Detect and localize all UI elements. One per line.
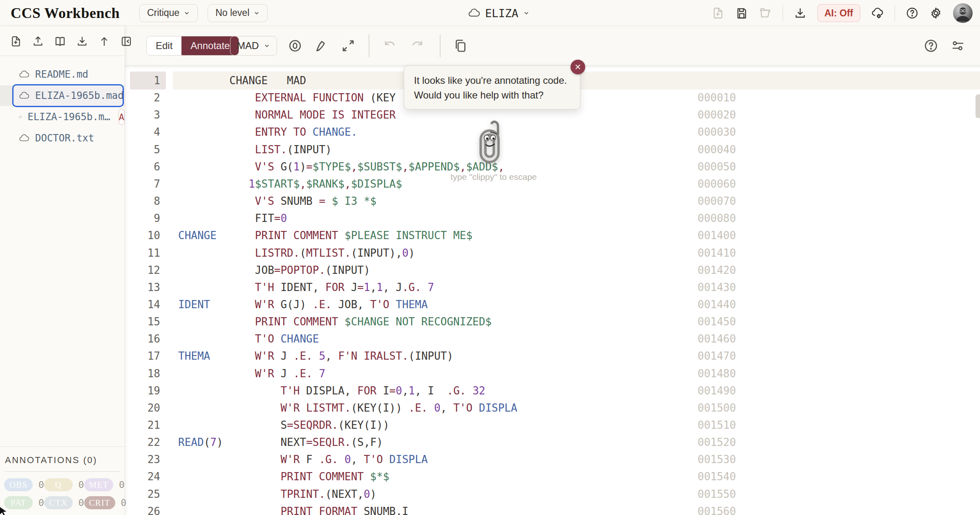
line-number[interactable]: 22 xyxy=(125,434,160,451)
annotation-type-q[interactable]: Q0 xyxy=(44,478,84,491)
code-text: FIT=0 xyxy=(178,210,287,227)
annotation-type-met[interactable]: MET0 xyxy=(84,478,127,491)
line-number[interactable]: 2 xyxy=(125,89,160,106)
line-number[interactable]: 17 xyxy=(125,347,160,365)
annotation-count: 0 xyxy=(78,497,84,508)
help-button[interactable] xyxy=(906,7,919,20)
editor-help-icon[interactable] xyxy=(924,38,938,53)
code-line-17[interactable]: 17THEMA W'R J .E. 5, F'N IRALST.(INPUT)0… xyxy=(125,347,980,365)
line-number[interactable]: 19 xyxy=(125,382,160,399)
expand-icon[interactable] xyxy=(341,38,356,53)
code-line-12[interactable]: 12 JOB=POPTOP.(INPUT)001420 xyxy=(125,262,980,279)
settings-gear-button[interactable] xyxy=(929,7,942,20)
project-name: ELIZA xyxy=(485,7,518,20)
upload-icon[interactable] xyxy=(32,35,44,47)
code-line-20[interactable]: 20 W'R LISTMT.(KEY(I)) .E. 0, T'O DISPLA… xyxy=(125,399,980,416)
line-number[interactable]: 3 xyxy=(125,106,160,123)
undo-icon[interactable] xyxy=(383,38,397,53)
ai-toggle-button[interactable]: AI: Off xyxy=(817,4,860,22)
line-number[interactable]: 18 xyxy=(125,365,160,382)
cloud-icon xyxy=(19,112,22,122)
file-list: README.mdELIZA-1965b.madELIZA-1965b.m…AD… xyxy=(0,56,125,148)
code-text: JOB=POPTOP.(INPUT) xyxy=(178,262,370,279)
focus-view-icon[interactable] xyxy=(288,38,302,53)
cloud-sync-settings-button[interactable] xyxy=(871,7,884,20)
line-number[interactable]: 9 xyxy=(125,210,160,227)
line-number[interactable]: 21 xyxy=(125,416,160,434)
line-number[interactable]: 10 xyxy=(125,227,160,244)
line-number[interactable]: 6 xyxy=(125,158,160,175)
annotation-type-pat[interactable]: PAT0 xyxy=(4,496,44,509)
line-number[interactable]: 26 xyxy=(125,503,160,515)
code-line-19[interactable]: 19 T'H DISPLA, FOR I=0,1, I .G. 32001490 xyxy=(125,382,980,399)
line-number[interactable]: 15 xyxy=(125,313,160,330)
annotation-type-crit[interactable]: CRIT0 xyxy=(84,496,127,509)
code-line-14[interactable]: 14IDENT W'R G(J) .E. JOB, T'O THEMA00144… xyxy=(125,296,980,313)
download-button[interactable] xyxy=(794,7,807,20)
line-number[interactable]: 16 xyxy=(125,330,160,347)
collapse-sidebar-icon[interactable] xyxy=(120,35,132,47)
line-number[interactable]: 25 xyxy=(125,486,160,503)
file-item-eliza-1965b-m-[interactable]: ELIZA-1965b.m…A xyxy=(0,107,125,127)
line-number[interactable]: 13 xyxy=(125,279,160,296)
annotation-type-ctx[interactable]: CTX0 xyxy=(44,496,84,509)
line-number[interactable]: 4 xyxy=(125,123,160,141)
download-icon[interactable] xyxy=(76,35,88,47)
code-line-26[interactable]: 26 PRINT FORMAT SNUMB,I001560 xyxy=(125,503,980,515)
code-viewer[interactable]: 1 CHANGE MAD2 EXTERNAL FUNCTION (KEY0000… xyxy=(125,65,980,515)
line-number[interactable]: 7 xyxy=(125,175,160,193)
level-dropdown[interactable]: No level xyxy=(208,4,268,22)
code-line-24[interactable]: 24 PRINT COMMENT $*$001540 xyxy=(125,468,980,485)
critique-mode-dropdown[interactable]: Critique xyxy=(139,4,198,22)
redo-icon[interactable] xyxy=(410,38,425,53)
code-line-15[interactable]: 15 PRINT COMMENT $CHANGE NOT RECOGNIZED$… xyxy=(125,313,980,330)
code-line-4[interactable]: 4 ENTRY TO CHANGE.000030 xyxy=(125,123,980,141)
code-line-21[interactable]: 21 S=SEQRDR.(KEY(I))001510 xyxy=(125,416,980,434)
close-icon[interactable]: ✕ xyxy=(571,60,585,74)
file-item-readme-md[interactable]: README.md xyxy=(0,64,125,85)
line-number[interactable]: 23 xyxy=(125,451,160,468)
code-text: TPRINT.(NEXT,0) xyxy=(178,486,376,503)
file-item-doctor-txt[interactable]: DOCTOR.txt xyxy=(0,128,125,148)
save-button[interactable] xyxy=(735,7,748,20)
new-file-button[interactable] xyxy=(712,7,725,20)
code-line-10[interactable]: 10CHANGE PRINT COMMENT $PLEASE INSTRUCT … xyxy=(125,227,980,244)
line-number[interactable]: 14 xyxy=(125,296,160,313)
vertical-scrollbar[interactable] xyxy=(976,94,980,118)
code-line-25[interactable]: 25 TPRINT.(NEXT,0)001550 xyxy=(125,486,980,503)
line-number[interactable]: 12 xyxy=(125,262,160,279)
clippy-character[interactable] xyxy=(469,117,510,165)
code-line-11[interactable]: 11 LISTRD.(MTLIST.(INPUT),0)001410 xyxy=(125,244,980,262)
annotation-type-obs[interactable]: OBS0 xyxy=(4,478,44,491)
open-book-icon[interactable] xyxy=(54,35,66,47)
line-number[interactable]: 1 xyxy=(125,72,160,89)
line-number[interactable]: 24 xyxy=(125,468,160,485)
code-line-23[interactable]: 23 W'R F .G. 0, T'O DISPLA001530 xyxy=(125,451,980,468)
code-line-6[interactable]: 6 V'S G(1)=$TYPE$,$SUBST$,$APPEND$,$ADD$… xyxy=(125,158,980,175)
code-line-5[interactable]: 5 LIST.(INPUT)000040 xyxy=(125,141,980,158)
view-settings-sliders-icon[interactable] xyxy=(951,38,965,53)
code-line-16[interactable]: 16 T'O CHANGE001460 xyxy=(125,330,980,347)
code-line-22[interactable]: 22READ(7) NEXT=SEQLR.(S,F)001520 xyxy=(125,434,980,451)
code-line-7[interactable]: 7 1$START$,$RANK$,$DISPLA$000060 xyxy=(125,175,980,193)
arrow-up-icon[interactable] xyxy=(98,35,110,47)
line-number[interactable]: 5 xyxy=(125,141,160,158)
line-number[interactable]: 20 xyxy=(125,399,160,416)
clippy-popup: ✕ It looks like you're annotating code. … xyxy=(404,65,580,110)
language-dropdown[interactable]: MAD xyxy=(230,36,277,56)
user-avatar[interactable] xyxy=(953,3,973,23)
code-line-18[interactable]: 18 W'R J .E. 7001480 xyxy=(125,365,980,382)
code-line-9[interactable]: 9 FIT=0000080 xyxy=(125,210,980,227)
sidebar-toolbar xyxy=(0,26,125,56)
project-dropdown[interactable]: ELIZA xyxy=(468,0,530,26)
file-item-eliza-1965b-mad[interactable]: ELIZA-1965b.mad xyxy=(0,85,125,106)
line-number[interactable]: 11 xyxy=(125,244,160,262)
open-folder-button[interactable] xyxy=(759,7,772,20)
highlighter-icon[interactable] xyxy=(314,38,329,53)
edit-tab[interactable]: Edit xyxy=(147,36,181,55)
code-line-13[interactable]: 13 T'H IDENT, FOR J=1,1, J.G. 7001430 xyxy=(125,279,980,296)
new-file-icon[interactable] xyxy=(10,35,22,47)
line-number[interactable]: 8 xyxy=(125,193,160,210)
copy-icon[interactable] xyxy=(453,38,468,53)
code-line-8[interactable]: 8 V'S SNUMB = $ I3 *$000070 xyxy=(125,193,980,210)
